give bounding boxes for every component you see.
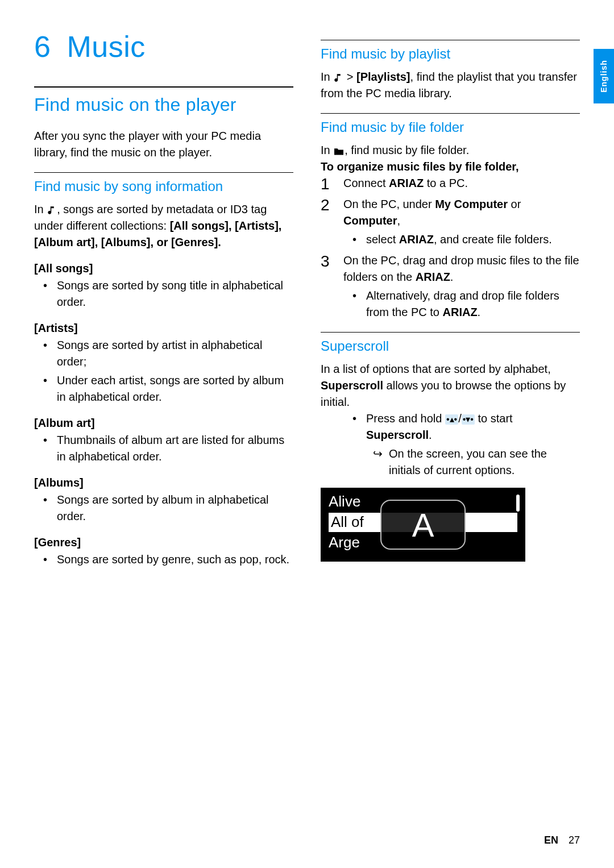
illustration-scrollbar [516,495,520,512]
page: English 6Music Find music on the player … [0,0,614,868]
folder-line2: To organize music files by file folder, [321,159,580,175]
list-item: Songs are sorted by album in alphabetica… [57,492,293,525]
page-footer: EN27 [544,834,580,846]
right-column: Find music by playlist In > [Playlists],… [321,30,580,570]
step-2: 2 On the PC, under My Computer or Comput… [321,196,580,248]
group-genres: [Genres] [34,536,293,549]
list-albums: Songs are sorted by album in alphabetica… [34,492,293,525]
folder-icon [333,147,345,156]
list-artists: Songs are sorted by artist in alphabetic… [34,337,293,405]
intro-paragraph: After you sync the player with your PC m… [34,128,293,161]
language-tab-label: English [599,60,608,93]
illustration-overlay: A [380,500,466,550]
playlist-paragraph: In > [Playlists], find the playlist that… [321,69,580,102]
left-column: 6Music Find music on the player After yo… [34,30,293,570]
group-all-songs: [All songs] [34,262,293,275]
chapter-title: Music [67,30,145,63]
content-columns: 6Music Find music on the player After yo… [34,30,580,570]
music-note-icon [333,73,343,83]
list-item: Songs are sorted by artist in alphabetic… [57,337,293,370]
chapter-number: 6 [34,30,51,63]
list-item: Songs are sorted by genre, such as pop, … [57,551,293,568]
group-artists: [Artists] [34,322,293,335]
step-2-sub: select ARIAZ, and create file folders. [343,231,580,248]
music-note-icon [47,205,57,215]
superscroll-list: Press and hold •▴•/•▾• to start Superscr… [321,410,580,479]
group-albums: [Albums] [34,476,293,489]
subheading-song-info: Find music by song information [34,172,293,194]
subheading-superscroll: Superscroll [321,332,580,354]
folder-line1: In , find music by file folder. [321,142,580,159]
list-all-songs: Songs are sorted by song title in alphab… [34,277,293,310]
list-genres: Songs are sorted by genre, such as pop, … [34,551,293,568]
subheading-file-folder: Find music by file folder [321,113,580,135]
list-item: Alternatively, drag and drop file folder… [366,288,580,321]
song-info-paragraph: In , songs are sorted by metadata or ID3… [34,201,293,251]
chapter-heading: 6Music [34,30,293,64]
up-button-icon: •▴• [445,414,458,425]
subheading-playlist: Find music by playlist [321,40,580,62]
down-button-icon: •▾• [462,414,475,425]
folder-steps: 1 Connect ARIAZ to a PC. 2 On the PC, un… [321,175,580,321]
footer-page-number: 27 [569,834,580,846]
step-1: 1 Connect ARIAZ to a PC. [321,175,580,192]
illustration-letter: A [412,506,434,544]
superscroll-illustration: Alive All of Arge A [321,488,525,562]
language-tab: English [594,49,614,103]
list-item: select ARIAZ, and create file folders. [366,231,580,248]
list-item: Under each artist, songs are sorted by a… [57,372,293,405]
list-item: On the screen, you can see the initials … [389,446,580,479]
list-item: Songs are sorted by song title in alphab… [57,277,293,310]
superscroll-paragraph: In a list of options that are sorted by … [321,361,580,410]
list-album-art: Thumbnails of album art are listed for a… [34,432,293,465]
superscroll-result: On the screen, you can see the initials … [366,446,580,479]
list-item: Thumbnails of album art are listed for a… [57,432,293,465]
step-3-sub: Alternatively, drag and drop file folder… [343,288,580,321]
list-item: Press and hold •▴•/•▾• to start Superscr… [366,410,580,479]
footer-lang: EN [544,834,558,846]
group-album-art: [Album art] [34,417,293,430]
section-heading-find-music: Find music on the player [34,86,293,115]
step-3: 3 On the PC, drag and drop music files t… [321,252,580,321]
